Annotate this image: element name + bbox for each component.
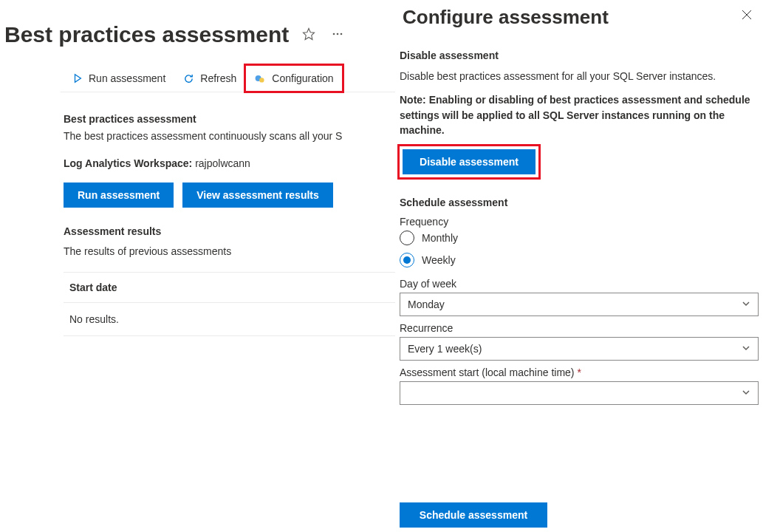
bpa-heading: Best practices assessment (64, 113, 395, 125)
frequency-weekly-label: Weekly (422, 254, 456, 266)
more-icon (332, 28, 343, 42)
recurrence-label: Recurrence (400, 322, 759, 334)
svg-point-3 (341, 33, 343, 35)
frequency-weekly[interactable]: Weekly (400, 253, 759, 267)
svg-point-6 (260, 78, 264, 82)
refresh-action[interactable]: Refresh (174, 65, 245, 92)
law-label: Log Analytics Workspace: (64, 157, 192, 169)
svg-point-1 (333, 33, 335, 35)
configuration-label: Configuration (272, 72, 333, 84)
chevron-down-icon (742, 343, 750, 355)
recurrence-value: Every 1 week(s) (408, 343, 482, 355)
disable-assessment-button[interactable]: Disable assessment (403, 149, 536, 174)
table-header-start-date[interactable]: Start date (64, 272, 395, 303)
results-heading: Assessment results (64, 225, 395, 237)
panel-title: Configure assessment (403, 6, 609, 29)
configuration-action[interactable]: Configuration (245, 65, 342, 92)
page-header: Best practices assessment (4, 22, 395, 47)
recurrence-select[interactable]: Every 1 week(s) (400, 337, 759, 361)
run-assessment-label: Run assessment (89, 72, 165, 84)
content-body: Best practices assessment The best pract… (64, 92, 395, 336)
chevron-down-icon (742, 299, 750, 310)
results-description: The results of previous assessments (64, 245, 395, 259)
configure-panel: Configure assessment Disable assessment … (395, 0, 763, 532)
close-button[interactable] (738, 6, 756, 26)
star-icon (302, 27, 315, 43)
panel-header: Configure assessment (400, 6, 759, 29)
dow-select[interactable]: Monday (400, 293, 759, 316)
refresh-label: Refresh (200, 72, 236, 84)
disable-heading: Disable assessment (400, 50, 759, 61)
toolbar: Run assessment Refresh Configuration (61, 65, 395, 92)
svg-point-2 (337, 33, 339, 35)
panel-footer: Schedule assessment (400, 502, 759, 528)
view-results-button[interactable]: View assessment results (182, 183, 333, 208)
run-assessment-action[interactable]: Run assessment (64, 65, 174, 92)
law-row: Log Analytics Workspace: rajpolwcann (64, 157, 395, 169)
play-icon (72, 73, 83, 83)
schedule-heading: Schedule assessment (400, 197, 759, 208)
action-buttons: Run assessment View assessment results (64, 183, 395, 208)
main-content: Best practices assessment Run assessment… (0, 0, 395, 336)
frequency-group: Monthly Weekly (400, 231, 759, 267)
run-assessment-button[interactable]: Run assessment (64, 183, 174, 208)
more-button[interactable] (329, 25, 346, 45)
favorite-button[interactable] (299, 24, 318, 46)
radio-icon (400, 231, 414, 245)
disable-note: Note: Enabling or disabling of best prac… (400, 92, 759, 137)
table-empty-row: No results. (64, 303, 395, 336)
bpa-description: The best practices assessment continuous… (64, 129, 395, 144)
disable-highlight: Disable assessment (400, 146, 538, 177)
start-time-label: Assessment start (local machine time) * (400, 366, 759, 378)
frequency-monthly-label: Monthly (422, 232, 458, 244)
start-time-select[interactable] (400, 381, 759, 405)
dow-label: Day of week (400, 278, 759, 290)
svg-marker-0 (304, 28, 315, 39)
config-icon (254, 72, 266, 84)
frequency-monthly[interactable]: Monthly (400, 231, 759, 245)
close-icon (741, 9, 753, 23)
refresh-icon (183, 73, 194, 84)
disable-text: Disable best practices assessment for al… (400, 69, 759, 83)
schedule-assessment-button[interactable]: Schedule assessment (400, 502, 547, 528)
page-title: Best practices assessment (4, 22, 289, 47)
law-value: rajpolwcann (195, 157, 250, 169)
frequency-label: Frequency (400, 216, 759, 228)
chevron-down-icon (742, 387, 750, 399)
svg-marker-4 (75, 75, 81, 83)
required-asterisk: * (577, 366, 581, 378)
dow-value: Monday (408, 299, 445, 310)
radio-icon-selected (400, 253, 414, 267)
start-time-label-text: Assessment start (local machine time) (400, 366, 575, 378)
